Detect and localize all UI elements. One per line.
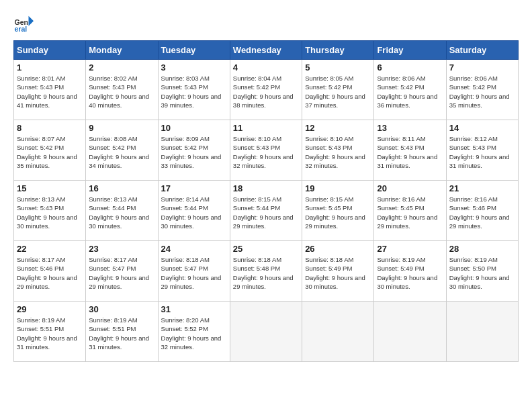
day-info: Sunrise: 8:12 AM Sunset: 5:43 PM Dayligh… (449, 134, 515, 170)
day-info: Sunrise: 8:03 AM Sunset: 5:43 PM Dayligh… (161, 74, 227, 109)
day-number: 31 (161, 304, 227, 314)
day-number: 20 (377, 183, 443, 193)
calendar-day-cell: 3 Sunrise: 8:03 AM Sunset: 5:43 PM Dayli… (158, 60, 230, 120)
day-number: 7 (449, 62, 515, 73)
day-number: 25 (233, 244, 299, 254)
day-number: 8 (17, 123, 83, 133)
day-number: 18 (233, 183, 299, 193)
page-header: Gen eral (13, 13, 519, 34)
day-info: Sunrise: 8:05 AM Sunset: 5:42 PM Dayligh… (305, 74, 371, 109)
day-info: Sunrise: 8:02 AM Sunset: 5:43 PM Dayligh… (89, 74, 154, 109)
weekday-header: Saturday (446, 41, 518, 60)
calendar-week-row: 29 Sunrise: 8:19 AM Sunset: 5:51 PM Dayl… (14, 302, 519, 362)
calendar-day-cell: 14 Sunrise: 8:12 AM Sunset: 5:43 PM Dayl… (446, 120, 518, 181)
day-info: Sunrise: 8:19 AM Sunset: 5:50 PM Dayligh… (449, 255, 515, 291)
day-info: Sunrise: 8:15 AM Sunset: 5:44 PM Dayligh… (233, 195, 299, 230)
calendar-day-cell: 7 Sunrise: 8:06 AM Sunset: 5:42 PM Dayli… (446, 60, 518, 120)
calendar-day-cell: 15 Sunrise: 8:13 AM Sunset: 5:43 PM Dayl… (14, 181, 86, 241)
calendar-week-row: 1 Sunrise: 8:01 AM Sunset: 5:43 PM Dayli… (14, 60, 519, 120)
day-info: Sunrise: 8:19 AM Sunset: 5:51 PM Dayligh… (17, 316, 83, 351)
calendar-day-cell: 22 Sunrise: 8:17 AM Sunset: 5:46 PM Dayl… (14, 241, 86, 302)
calendar-day-cell: 26 Sunrise: 8:18 AM Sunset: 5:49 PM Dayl… (302, 241, 374, 302)
day-number: 9 (89, 123, 154, 133)
day-number: 29 (17, 304, 83, 314)
calendar-day-cell: 30 Sunrise: 8:19 AM Sunset: 5:51 PM Dayl… (86, 302, 158, 362)
calendar-day-cell: 27 Sunrise: 8:19 AM Sunset: 5:49 PM Dayl… (374, 241, 446, 302)
calendar-day-cell: 2 Sunrise: 8:02 AM Sunset: 5:43 PM Dayli… (86, 60, 158, 120)
day-number: 6 (377, 62, 443, 73)
day-number: 12 (305, 123, 371, 133)
day-info: Sunrise: 8:13 AM Sunset: 5:43 PM Dayligh… (17, 195, 83, 230)
calendar-day-cell: 28 Sunrise: 8:19 AM Sunset: 5:50 PM Dayl… (446, 241, 518, 302)
day-info: Sunrise: 8:16 AM Sunset: 5:46 PM Dayligh… (449, 195, 515, 230)
weekday-header: Wednesday (230, 41, 302, 60)
day-info: Sunrise: 8:11 AM Sunset: 5:43 PM Dayligh… (377, 134, 443, 170)
day-number: 14 (449, 123, 515, 133)
calendar-day-cell (374, 302, 446, 362)
calendar-day-cell: 4 Sunrise: 8:04 AM Sunset: 5:42 PM Dayli… (230, 60, 302, 120)
day-info: Sunrise: 8:10 AM Sunset: 5:43 PM Dayligh… (233, 134, 299, 170)
calendar-day-cell: 10 Sunrise: 8:09 AM Sunset: 5:42 PM Dayl… (158, 120, 230, 181)
day-info: Sunrise: 8:19 AM Sunset: 5:51 PM Dayligh… (89, 316, 154, 351)
weekday-header: Monday (86, 41, 158, 60)
day-info: Sunrise: 8:18 AM Sunset: 5:47 PM Dayligh… (161, 255, 227, 291)
calendar-day-cell: 17 Sunrise: 8:14 AM Sunset: 5:44 PM Dayl… (158, 181, 230, 241)
day-number: 22 (17, 244, 83, 254)
weekday-header: Sunday (14, 41, 86, 60)
day-info: Sunrise: 8:17 AM Sunset: 5:47 PM Dayligh… (89, 255, 154, 291)
calendar-table: SundayMondayTuesdayWednesdayThursdayFrid… (13, 40, 519, 362)
day-info: Sunrise: 8:04 AM Sunset: 5:42 PM Dayligh… (233, 74, 299, 109)
calendar-week-row: 15 Sunrise: 8:13 AM Sunset: 5:43 PM Dayl… (14, 181, 519, 241)
calendar-day-cell: 6 Sunrise: 8:06 AM Sunset: 5:42 PM Dayli… (374, 60, 446, 120)
calendar-day-cell: 18 Sunrise: 8:15 AM Sunset: 5:44 PM Dayl… (230, 181, 302, 241)
day-info: Sunrise: 8:09 AM Sunset: 5:42 PM Dayligh… (161, 134, 227, 170)
calendar-day-cell: 21 Sunrise: 8:16 AM Sunset: 5:46 PM Dayl… (446, 181, 518, 241)
calendar-day-cell: 12 Sunrise: 8:10 AM Sunset: 5:43 PM Dayl… (302, 120, 374, 181)
day-info: Sunrise: 8:18 AM Sunset: 5:48 PM Dayligh… (233, 255, 299, 291)
calendar-day-cell (302, 302, 374, 362)
day-number: 2 (89, 62, 154, 73)
calendar-day-cell: 16 Sunrise: 8:13 AM Sunset: 5:44 PM Dayl… (86, 181, 158, 241)
day-number: 10 (161, 123, 227, 133)
calendar-day-cell: 9 Sunrise: 8:08 AM Sunset: 5:42 PM Dayli… (86, 120, 158, 181)
calendar-header-row: SundayMondayTuesdayWednesdayThursdayFrid… (14, 41, 519, 60)
day-number: 26 (305, 244, 371, 254)
weekday-header: Friday (374, 41, 446, 60)
day-number: 30 (89, 304, 154, 314)
day-number: 28 (449, 244, 515, 254)
calendar-day-cell: 23 Sunrise: 8:17 AM Sunset: 5:47 PM Dayl… (86, 241, 158, 302)
calendar-day-cell: 29 Sunrise: 8:19 AM Sunset: 5:51 PM Dayl… (14, 302, 86, 362)
calendar-week-row: 22 Sunrise: 8:17 AM Sunset: 5:46 PM Dayl… (14, 241, 519, 302)
day-info: Sunrise: 8:15 AM Sunset: 5:45 PM Dayligh… (305, 195, 371, 230)
weekday-header: Thursday (302, 41, 374, 60)
day-number: 23 (89, 244, 154, 254)
calendar-day-cell (446, 302, 518, 362)
day-info: Sunrise: 8:06 AM Sunset: 5:42 PM Dayligh… (449, 74, 515, 109)
calendar-day-cell: 1 Sunrise: 8:01 AM Sunset: 5:43 PM Dayli… (14, 60, 86, 120)
day-number: 17 (161, 183, 227, 193)
day-info: Sunrise: 8:16 AM Sunset: 5:45 PM Dayligh… (377, 195, 443, 230)
day-number: 5 (305, 62, 371, 73)
svg-text:eral: eral (15, 25, 28, 33)
day-info: Sunrise: 8:18 AM Sunset: 5:49 PM Dayligh… (305, 255, 371, 291)
calendar-day-cell (230, 302, 302, 362)
day-number: 24 (161, 244, 227, 254)
day-info: Sunrise: 8:07 AM Sunset: 5:42 PM Dayligh… (17, 134, 83, 170)
calendar-day-cell: 8 Sunrise: 8:07 AM Sunset: 5:42 PM Dayli… (14, 120, 86, 181)
logo: Gen eral (13, 13, 36, 34)
day-number: 15 (17, 183, 83, 193)
day-info: Sunrise: 8:19 AM Sunset: 5:49 PM Dayligh… (377, 255, 443, 291)
day-number: 4 (233, 62, 299, 73)
calendar-day-cell: 20 Sunrise: 8:16 AM Sunset: 5:45 PM Dayl… (374, 181, 446, 241)
calendar-day-cell: 13 Sunrise: 8:11 AM Sunset: 5:43 PM Dayl… (374, 120, 446, 181)
weekday-header: Tuesday (158, 41, 230, 60)
day-number: 3 (161, 62, 227, 73)
day-info: Sunrise: 8:06 AM Sunset: 5:42 PM Dayligh… (377, 74, 443, 109)
day-number: 19 (305, 183, 371, 193)
calendar-day-cell: 19 Sunrise: 8:15 AM Sunset: 5:45 PM Dayl… (302, 181, 374, 241)
calendar-day-cell: 31 Sunrise: 8:20 AM Sunset: 5:52 PM Dayl… (158, 302, 230, 362)
logo-icon: Gen eral (13, 13, 34, 34)
day-info: Sunrise: 8:10 AM Sunset: 5:43 PM Dayligh… (305, 134, 371, 170)
day-info: Sunrise: 8:01 AM Sunset: 5:43 PM Dayligh… (17, 74, 83, 109)
calendar-day-cell: 24 Sunrise: 8:18 AM Sunset: 5:47 PM Dayl… (158, 241, 230, 302)
